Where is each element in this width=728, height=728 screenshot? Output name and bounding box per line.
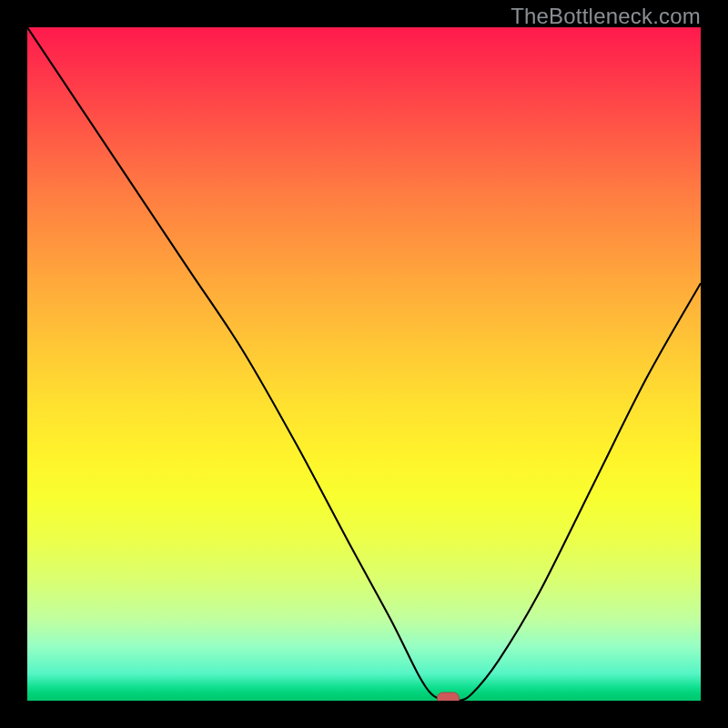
chart-svg [27,27,701,701]
optimal-marker [438,693,460,701]
chart-container: TheBottleneck.com [0,0,728,728]
bottleneck-curve [27,27,701,701]
watermark-label: TheBottleneck.com [511,4,701,29]
plot-area [27,27,701,701]
